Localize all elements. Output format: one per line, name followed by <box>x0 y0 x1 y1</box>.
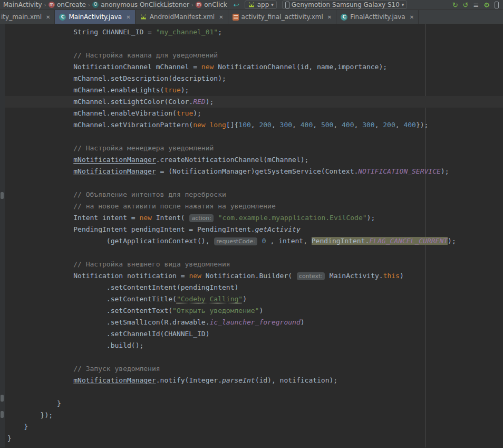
apply-code-changes-icon[interactable]: ↺ <box>463 2 469 8</box>
editor-gutter[interactable] <box>0 24 5 447</box>
code-token: parseInt <box>222 376 255 384</box>
code-token: 0 <box>262 237 266 245</box>
tab-mainactivity-java[interactable]: C MainActivity.java ✕ <box>55 10 135 24</box>
navigate-back-icon[interactable]: ↩ <box>234 1 239 9</box>
code-token: .notify(Integer. <box>156 376 222 384</box>
code-token: this <box>383 272 400 280</box>
code-line[interactable]: // Объявление интентов для переброски <box>7 189 503 201</box>
code-token <box>7 156 73 164</box>
code-token: .setChannelId(CHANNEL_ID) <box>7 330 210 338</box>
run-configuration-selector[interactable]: app ▾ <box>245 1 277 9</box>
code-token: long <box>210 121 226 129</box>
code-line[interactable]: // на новое активити после нажатия на ув… <box>7 201 503 212</box>
code-token: , <box>395 121 404 129</box>
code-line[interactable]: // Настройка менеджера уведомлений <box>7 142 503 154</box>
code-line[interactable] <box>7 177 503 189</box>
code-token: "Открыть уведомление" <box>172 307 259 314</box>
tab-androidmanifest-xml[interactable]: AndroidManifest.xml ✕ <box>136 10 228 24</box>
code-line[interactable]: .setContentIntent(pendingIntent) <box>7 282 503 293</box>
tab-activity-final-acttivity-xml[interactable]: activity_final_acttivity.xml ✕ <box>228 10 337 24</box>
code-token: String CHANNEL_ID = <box>7 28 156 36</box>
code-line[interactable] <box>7 351 503 363</box>
code-token: PendingIntent pendingIntent = PendingInt… <box>7 225 255 233</box>
sync-project-icon[interactable]: ⚙ <box>483 2 490 8</box>
code-token: mChannel.enableVibration( <box>7 109 177 117</box>
code-line[interactable] <box>7 38 503 50</box>
close-icon[interactable]: ✕ <box>410 14 414 20</box>
code-line[interactable]: mChannel.enableLights(true); <box>7 84 503 96</box>
code-token: 200 <box>259 121 271 129</box>
code-line[interactable]: .setSmallIcon(R.drawable.ic_launcher_for… <box>7 317 503 328</box>
code-token: // Настройка менеджера уведомлений <box>7 144 214 152</box>
breadcrumb-item-anonymous-class[interactable]: O anonymous OnClickListener <box>91 1 190 8</box>
breadcrumb-item-oncreate[interactable]: m onCreate <box>47 1 87 8</box>
code-line[interactable]: mNotificationManager.notify(Integer.pars… <box>7 375 503 386</box>
code-token: } <box>7 423 28 431</box>
tab-label: AndroidManifest.xml <box>150 13 215 21</box>
close-icon[interactable]: ✕ <box>126 14 130 20</box>
close-icon[interactable]: ✕ <box>46 14 50 20</box>
code-token: mNotificationManager <box>73 167 156 175</box>
code-token: ic_launcher_foreground <box>210 318 301 326</box>
code-line[interactable] <box>7 247 503 259</box>
code-line[interactable]: .setContentText("Открыть уведомление") <box>7 305 503 317</box>
breadcrumb-item-class[interactable]: MainActivity <box>2 1 43 8</box>
code-token: NotificationChannel(id, name,importance)… <box>214 63 387 71</box>
device-label: Genymotion Samsung Galaxy S10 <box>292 1 400 8</box>
code-line[interactable]: }); <box>7 409 503 421</box>
code-token: RED <box>193 98 205 106</box>
code-line[interactable]: // Запуск уведомления <box>7 363 503 375</box>
tab-finalacttivity-java[interactable]: C FinalActtivity.java ✕ <box>336 10 419 24</box>
code-line[interactable]: mNotificationManager.createNotificationC… <box>7 154 503 166</box>
code-token: } <box>7 399 61 407</box>
profiler-icon[interactable]: ≡ <box>473 2 479 8</box>
code-token: }); <box>7 411 53 419</box>
code-line[interactable] <box>7 386 503 398</box>
code-line[interactable]: (getApplicationContext(), requestCode: 0… <box>7 235 503 247</box>
apply-changes-icon[interactable]: ↻ <box>452 2 458 8</box>
code-line[interactable]: } <box>7 421 503 433</box>
phone-icon <box>285 2 289 8</box>
tab-activity-main-xml[interactable]: ity_main.xml ✕ <box>0 10 55 24</box>
code-token: 500 <box>321 121 333 129</box>
code-line[interactable]: NotificationChannel mChannel = new Notif… <box>7 61 503 73</box>
code-token: new <box>201 63 214 71</box>
code-token: new <box>139 214 151 222</box>
code-line[interactable]: mChannel.setLightColor(Color.RED); <box>5 96 503 108</box>
device-file-explorer-icon[interactable] <box>495 2 499 8</box>
close-icon[interactable]: ✕ <box>327 14 332 20</box>
code-token: 200 <box>383 121 395 129</box>
code-line[interactable]: } <box>7 433 503 444</box>
code-area[interactable]: String CHANNEL_ID = "my_channel_01"; // … <box>5 24 503 447</box>
code-line[interactable]: String CHANNEL_ID = "my_channel_01"; <box>7 26 503 38</box>
editor[interactable]: String CHANNEL_ID = "my_channel_01"; // … <box>0 24 503 447</box>
code-token: , <box>375 121 383 129</box>
code-line[interactable]: mNotificationManager = (NotificationMana… <box>7 166 503 177</box>
code-line[interactable]: .setContentTitle("Codeby Calling") <box>7 293 503 305</box>
code-token: , <box>272 121 280 129</box>
tab-label: MainActivity.java <box>69 13 122 21</box>
code-token: ); <box>441 167 449 175</box>
code-line[interactable]: PendingIntent pendingIntent = PendingInt… <box>7 224 503 235</box>
inlay-hint: action: <box>189 214 214 222</box>
breadcrumb-item-onclick[interactable]: m onClick <box>195 1 228 8</box>
code-line[interactable]: mChannel.enableVibration(true); <box>7 108 503 119</box>
code-line[interactable]: // Настройка внешнего вида уведомления <box>7 259 503 270</box>
close-icon[interactable]: ✕ <box>219 14 223 20</box>
code-token: NotificationChannel mChannel = <box>7 63 201 71</box>
code-token: "Codeby Calling" <box>177 295 243 303</box>
code-line[interactable]: .build(); <box>7 340 503 351</box>
code-line[interactable] <box>7 131 503 142</box>
code-token: // Настройка канала для уведомлений <box>7 51 218 59</box>
code-line[interactable]: mChannel.setDescription(description); <box>7 73 503 84</box>
code-token: Notification.Builder( <box>201 272 296 280</box>
code-line[interactable]: mChannel.setVibrationPattern(new long[]{… <box>7 119 503 131</box>
device-selector[interactable]: Genymotion Samsung Galaxy S10 ▾ <box>282 1 408 9</box>
code-line[interactable]: // Настройка канала для уведомлений <box>7 50 503 61</box>
code-line[interactable]: } <box>7 398 503 409</box>
code-line[interactable]: Intent intent = new Intent( action: "com… <box>7 212 503 224</box>
code-line[interactable]: Notification notification = new Notifica… <box>7 270 503 282</box>
code-line[interactable]: .setChannelId(CHANNEL_ID) <box>7 328 503 340</box>
code-token: 400 <box>301 121 313 129</box>
breadcrumb-label: onCreate <box>57 1 86 8</box>
